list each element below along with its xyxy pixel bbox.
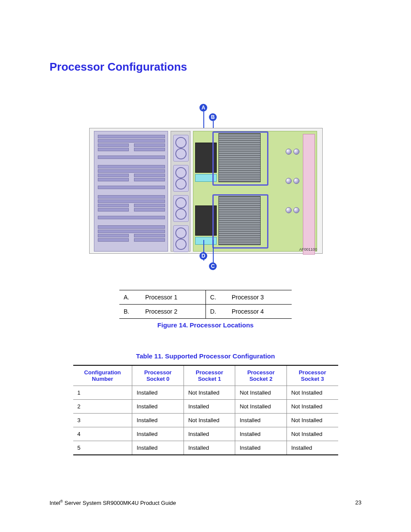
legend-letter: C. [206, 290, 227, 305]
chassis: AF001100 [89, 128, 323, 254]
cell: Installed [235, 414, 287, 427]
cell: Installed [132, 414, 184, 427]
legend-letter: B. [119, 305, 141, 319]
table-row: 4 Installed Installed Installed Not Inst… [73, 427, 338, 441]
legend-label: Processor 3 [227, 290, 292, 305]
processor-2 [195, 196, 260, 244]
cell: Not Installed [286, 400, 338, 414]
footer-title: Intel® Server System SR9000MK4U Product … [50, 499, 176, 506]
legend-label: Processor 2 [141, 305, 206, 319]
table-header: Configuration Number [73, 365, 132, 386]
cell: Installed [235, 427, 287, 441]
table-row: 5 Installed Installed Installed Installe… [73, 441, 338, 455]
cell: Installed [132, 427, 184, 441]
page-footer: Intel® Server System SR9000MK4U Product … [50, 499, 361, 506]
cell: 2 [73, 400, 132, 414]
legend-label: Processor 4 [227, 305, 292, 319]
legend-letter: A. [119, 290, 141, 305]
cell: Installed [132, 441, 184, 455]
table-header: Processor Socket 3 [286, 365, 338, 386]
cell: Not Installed [286, 414, 338, 427]
cell: 3 [73, 414, 132, 427]
table-header: Processor Socket 1 [184, 365, 235, 386]
cell: Not Installed [184, 414, 235, 427]
dimm-area [94, 131, 168, 252]
fan-column [171, 131, 190, 252]
cell: Not Installed [235, 400, 287, 414]
legend-label: Processor 1 [141, 290, 206, 305]
config-table: Configuration Number Processor Socket 0 … [73, 365, 338, 455]
processor-location-figure: A B [89, 104, 322, 329]
cell: Installed [184, 427, 235, 441]
cell: Installed [132, 386, 184, 400]
callout-c: C [209, 262, 217, 270]
callout-a: A [199, 104, 207, 112]
processor-board [193, 131, 317, 252]
cell: Installed [132, 400, 184, 414]
cell: Installed [286, 441, 338, 455]
table-header: Processor Socket 2 [235, 365, 287, 386]
processor-1 [195, 133, 260, 181]
cell: 1 [73, 386, 132, 400]
table-row: 1 Installed Not Installed Not Installed … [73, 386, 338, 400]
table-caption: Table 11. Supported Processor Configurat… [50, 352, 361, 360]
table-row: 2 Installed Installed Not Installed Not … [73, 400, 338, 414]
cell: Not Installed [286, 386, 338, 400]
cell: Not Installed [235, 386, 287, 400]
figure-caption: Figure 14. Processor Locations [89, 321, 322, 329]
page-number: 23 [355, 499, 361, 506]
io-panel [303, 134, 315, 255]
cell: 4 [73, 427, 132, 441]
legend-letter: D. [206, 305, 227, 319]
cell: Installed [184, 441, 235, 455]
figure-legend: A. Processor 1 C. Processor 3 B. Process… [119, 290, 292, 319]
cell: Not Installed [286, 427, 338, 441]
callout-d: D [199, 252, 207, 260]
cell: 5 [73, 441, 132, 455]
cell: Not Installed [184, 386, 235, 400]
cell: Installed [184, 400, 235, 414]
callout-b: B [209, 113, 217, 121]
table-header: Processor Socket 0 [132, 365, 184, 386]
table-row: 3 Installed Not Installed Installed Not … [73, 414, 338, 427]
cell: Installed [235, 441, 287, 455]
section-heading: Processor Configurations [50, 60, 361, 74]
